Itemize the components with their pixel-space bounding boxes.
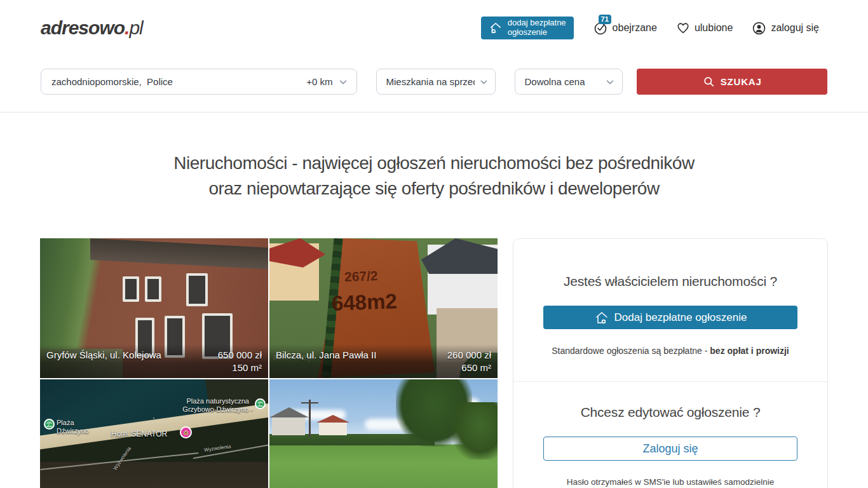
listing-photo xyxy=(269,379,498,488)
listing-card[interactable]: Plaża naturystyczna Grzybowo-Dźwirzyno -… xyxy=(40,379,268,488)
location-box[interactable]: +0 km xyxy=(41,69,357,95)
viewed-label: obejrzane xyxy=(613,22,657,34)
logo-tld: pl xyxy=(129,17,142,38)
owner-panel-note: Standardowe ogłoszenia są bezpłatne - be… xyxy=(552,346,789,356)
search-button-label: SZUKAJ xyxy=(721,76,762,87)
listing-card[interactable]: Gryfów Śląski, ul. Kolejowa 650 000 zł 1… xyxy=(40,238,268,378)
add-free-listing-button[interactable]: Dodaj bezpłatne ogłoszenie xyxy=(543,306,797,329)
header-actions: dodaj bezpłatne ogłoszenie 71 obejrzane … xyxy=(481,17,819,39)
listing-card[interactable]: Grojec, ul. Regienna 801 000 zł xyxy=(269,379,498,488)
map-label-beach-far: Plaża naturystyczna Grzybowo-Dźwirzyno - xyxy=(182,397,253,414)
owner-panel-heading: Jesteś właścicielem nieruchomości ? xyxy=(564,274,777,289)
logo[interactable]: adresowo.pl xyxy=(41,17,143,39)
owner-panel: Jesteś właścicielem nieruchomości ? Doda… xyxy=(513,239,827,381)
edit-panel: Chcesz edytować ogłoszenie ? Zaloguj się… xyxy=(513,381,827,488)
edit-panel-note: Hasło otrzymałeś w SMS'ie lub ustawiłeś … xyxy=(567,477,775,487)
listing-caption: Bilcza, ul. Jana Pawła II 260 000 zł 650… xyxy=(269,344,498,378)
listing-price: 260 000 zł xyxy=(447,349,491,362)
check-circle-icon: 71 xyxy=(593,20,608,36)
main: Nieruchomości - najwięcej ogłoszeń nieru… xyxy=(0,151,868,488)
radius-value: +0 km xyxy=(306,76,332,87)
house-plus-icon xyxy=(489,21,503,35)
search-icon xyxy=(703,76,715,88)
chevron-down-icon xyxy=(480,78,488,86)
page-title: Nieruchomości - najwięcej ogłoszeń nieru… xyxy=(0,151,868,201)
logo-name: adresowo xyxy=(41,17,125,38)
listing-area: 150 m² xyxy=(46,362,262,374)
favorites-link[interactable]: ulubione xyxy=(676,21,733,35)
category-select[interactable]: Mieszkania na sprzeda xyxy=(376,69,496,95)
add-listing-button[interactable]: dodaj bezpłatne ogłoszenie xyxy=(481,17,574,39)
map-pin-beach-icon: ⛱ xyxy=(255,398,266,409)
map-pin-beach-icon: ⛱ xyxy=(44,419,55,430)
parcel-area-label: 648m2 xyxy=(331,289,397,316)
login-link[interactable]: zaloguj się xyxy=(752,21,819,36)
listing-area: 650 m² xyxy=(276,362,491,374)
heart-icon xyxy=(676,21,690,35)
listings-grid: Gryfów Śląski, ul. Kolejowa 650 000 zł 1… xyxy=(40,238,498,488)
parcel-number-label: 267/2 xyxy=(344,268,378,285)
listing-map: Plaża naturystyczna Grzybowo-Dźwirzyno -… xyxy=(40,379,268,488)
add-listing-label: dodaj bezpłatne ogłoszenie xyxy=(508,18,566,37)
chevron-down-icon xyxy=(606,78,614,86)
header-divider xyxy=(0,112,868,112)
map-label-beach-near: Plaża Dźwirzyno xyxy=(57,419,89,435)
chevron-down-icon xyxy=(339,78,348,86)
house-plus-icon xyxy=(594,310,609,325)
search-bar: +0 km Mieszkania na sprzeda Dowolna cena… xyxy=(0,56,868,112)
add-free-listing-label: Dodaj bezpłatne ogłoszenie xyxy=(614,311,747,324)
listing-card[interactable]: 267/2 648m2 adresowo.pl Bilcza, ul. Jana… xyxy=(269,238,498,378)
listing-price: 650 000 zł xyxy=(218,349,262,362)
category-value: Mieszkania na sprzeda xyxy=(386,76,474,87)
login-button-label: Zaloguj się xyxy=(642,442,698,456)
location-input[interactable] xyxy=(51,76,301,87)
price-value: Dowolna cena xyxy=(524,76,585,87)
radius-select[interactable]: +0 km xyxy=(306,76,348,87)
login-button[interactable]: Zaloguj się xyxy=(543,437,797,461)
price-select[interactable]: Dowolna cena xyxy=(515,69,623,95)
map-pin-hotel-icon: 🏨 xyxy=(180,426,192,438)
search-button[interactable]: SZUKAJ xyxy=(637,69,827,95)
viewed-badge: 71 xyxy=(599,15,611,24)
page-title-line2: oraz niepowtarzające się oferty pośredni… xyxy=(0,176,868,201)
viewed-link[interactable]: 71 obejrzane xyxy=(593,20,657,36)
edit-panel-heading: Chcesz edytować ogłoszenie ? xyxy=(581,405,761,420)
user-icon xyxy=(752,21,766,36)
page-title-line1: Nieruchomości - najwięcej ogłoszeń nieru… xyxy=(0,151,868,176)
favorites-label: ulubione xyxy=(695,22,733,34)
map-label-hotel: Hotel SENATOR xyxy=(111,430,167,438)
sidebar: Jesteś właścicielem nieruchomości ? Doda… xyxy=(513,238,828,488)
listing-location: Gryfów Śląski, ul. Kolejowa xyxy=(46,349,161,362)
listing-location: Bilcza, ul. Jana Pawła II xyxy=(276,349,376,362)
listing-caption: Gryfów Śląski, ul. Kolejowa 650 000 zł 1… xyxy=(40,344,268,378)
header: adresowo.pl dodaj bezpłatne ogłoszenie xyxy=(0,0,868,56)
login-label: zaloguj się xyxy=(771,22,819,34)
